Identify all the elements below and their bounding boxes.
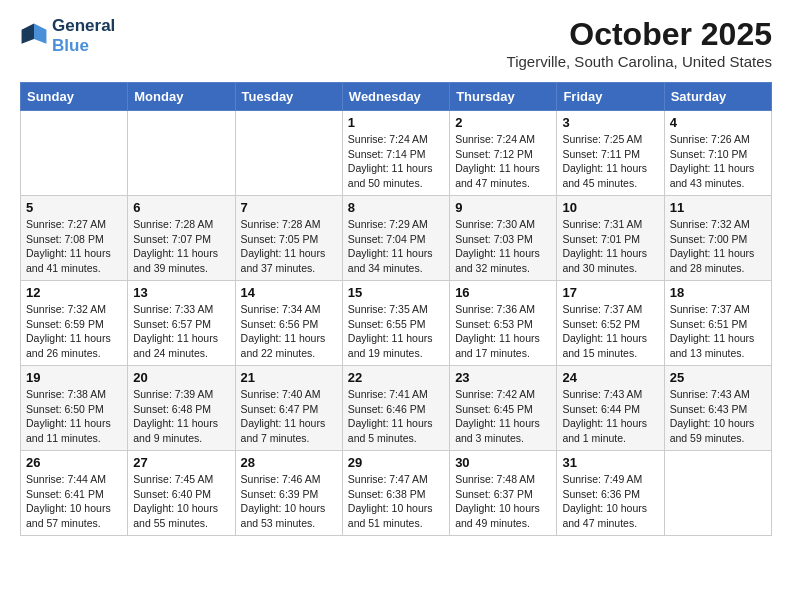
calendar-cell: 21Sunrise: 7:40 AM Sunset: 6:47 PM Dayli… — [235, 366, 342, 451]
day-info: Sunrise: 7:36 AM Sunset: 6:53 PM Dayligh… — [455, 302, 551, 361]
day-info: Sunrise: 7:45 AM Sunset: 6:40 PM Dayligh… — [133, 472, 229, 531]
day-info: Sunrise: 7:39 AM Sunset: 6:48 PM Dayligh… — [133, 387, 229, 446]
calendar-cell: 30Sunrise: 7:48 AM Sunset: 6:37 PM Dayli… — [450, 451, 557, 536]
day-info: Sunrise: 7:47 AM Sunset: 6:38 PM Dayligh… — [348, 472, 444, 531]
day-info: Sunrise: 7:44 AM Sunset: 6:41 PM Dayligh… — [26, 472, 122, 531]
calendar-cell: 9Sunrise: 7:30 AM Sunset: 7:03 PM Daylig… — [450, 196, 557, 281]
calendar-cell: 22Sunrise: 7:41 AM Sunset: 6:46 PM Dayli… — [342, 366, 449, 451]
day-info: Sunrise: 7:28 AM Sunset: 7:07 PM Dayligh… — [133, 217, 229, 276]
calendar-week-row: 12Sunrise: 7:32 AM Sunset: 6:59 PM Dayli… — [21, 281, 772, 366]
day-number: 20 — [133, 370, 229, 385]
weekday-header: Friday — [557, 83, 664, 111]
logo-text: General Blue — [52, 16, 115, 56]
day-info: Sunrise: 7:43 AM Sunset: 6:44 PM Dayligh… — [562, 387, 658, 446]
calendar-cell: 4Sunrise: 7:26 AM Sunset: 7:10 PM Daylig… — [664, 111, 771, 196]
day-info: Sunrise: 7:29 AM Sunset: 7:04 PM Dayligh… — [348, 217, 444, 276]
day-number: 31 — [562, 455, 658, 470]
day-number: 4 — [670, 115, 766, 130]
day-number: 17 — [562, 285, 658, 300]
calendar-cell: 13Sunrise: 7:33 AM Sunset: 6:57 PM Dayli… — [128, 281, 235, 366]
day-number: 19 — [26, 370, 122, 385]
day-info: Sunrise: 7:28 AM Sunset: 7:05 PM Dayligh… — [241, 217, 337, 276]
day-number: 6 — [133, 200, 229, 215]
day-info: Sunrise: 7:24 AM Sunset: 7:14 PM Dayligh… — [348, 132, 444, 191]
calendar-cell: 8Sunrise: 7:29 AM Sunset: 7:04 PM Daylig… — [342, 196, 449, 281]
calendar-cell: 31Sunrise: 7:49 AM Sunset: 6:36 PM Dayli… — [557, 451, 664, 536]
day-number: 28 — [241, 455, 337, 470]
day-info: Sunrise: 7:35 AM Sunset: 6:55 PM Dayligh… — [348, 302, 444, 361]
day-number: 25 — [670, 370, 766, 385]
logo: General Blue — [20, 16, 115, 56]
calendar-week-row: 19Sunrise: 7:38 AM Sunset: 6:50 PM Dayli… — [21, 366, 772, 451]
calendar-cell: 29Sunrise: 7:47 AM Sunset: 6:38 PM Dayli… — [342, 451, 449, 536]
calendar-cell: 2Sunrise: 7:24 AM Sunset: 7:12 PM Daylig… — [450, 111, 557, 196]
day-info: Sunrise: 7:42 AM Sunset: 6:45 PM Dayligh… — [455, 387, 551, 446]
calendar-cell: 26Sunrise: 7:44 AM Sunset: 6:41 PM Dayli… — [21, 451, 128, 536]
calendar-cell: 10Sunrise: 7:31 AM Sunset: 7:01 PM Dayli… — [557, 196, 664, 281]
day-number: 18 — [670, 285, 766, 300]
calendar-cell: 11Sunrise: 7:32 AM Sunset: 7:00 PM Dayli… — [664, 196, 771, 281]
calendar-cell: 18Sunrise: 7:37 AM Sunset: 6:51 PM Dayli… — [664, 281, 771, 366]
day-info: Sunrise: 7:34 AM Sunset: 6:56 PM Dayligh… — [241, 302, 337, 361]
day-number: 2 — [455, 115, 551, 130]
calendar-cell: 25Sunrise: 7:43 AM Sunset: 6:43 PM Dayli… — [664, 366, 771, 451]
calendar-cell: 14Sunrise: 7:34 AM Sunset: 6:56 PM Dayli… — [235, 281, 342, 366]
calendar-cell: 24Sunrise: 7:43 AM Sunset: 6:44 PM Dayli… — [557, 366, 664, 451]
day-info: Sunrise: 7:31 AM Sunset: 7:01 PM Dayligh… — [562, 217, 658, 276]
day-info: Sunrise: 7:32 AM Sunset: 6:59 PM Dayligh… — [26, 302, 122, 361]
title-block: October 2025 Tigerville, South Carolina,… — [507, 16, 772, 70]
day-info: Sunrise: 7:25 AM Sunset: 7:11 PM Dayligh… — [562, 132, 658, 191]
calendar-cell — [128, 111, 235, 196]
day-info: Sunrise: 7:27 AM Sunset: 7:08 PM Dayligh… — [26, 217, 122, 276]
location: Tigerville, South Carolina, United State… — [507, 53, 772, 70]
day-number: 1 — [348, 115, 444, 130]
calendar-cell: 28Sunrise: 7:46 AM Sunset: 6:39 PM Dayli… — [235, 451, 342, 536]
calendar-cell: 19Sunrise: 7:38 AM Sunset: 6:50 PM Dayli… — [21, 366, 128, 451]
calendar-cell: 5Sunrise: 7:27 AM Sunset: 7:08 PM Daylig… — [21, 196, 128, 281]
day-info: Sunrise: 7:38 AM Sunset: 6:50 PM Dayligh… — [26, 387, 122, 446]
calendar-cell: 6Sunrise: 7:28 AM Sunset: 7:07 PM Daylig… — [128, 196, 235, 281]
day-info: Sunrise: 7:37 AM Sunset: 6:52 PM Dayligh… — [562, 302, 658, 361]
weekday-header: Wednesday — [342, 83, 449, 111]
weekday-header: Sunday — [21, 83, 128, 111]
day-info: Sunrise: 7:48 AM Sunset: 6:37 PM Dayligh… — [455, 472, 551, 531]
weekday-header: Saturday — [664, 83, 771, 111]
calendar-cell: 12Sunrise: 7:32 AM Sunset: 6:59 PM Dayli… — [21, 281, 128, 366]
calendar-table: SundayMondayTuesdayWednesdayThursdayFrid… — [20, 82, 772, 536]
day-number: 15 — [348, 285, 444, 300]
day-number: 21 — [241, 370, 337, 385]
day-number: 24 — [562, 370, 658, 385]
day-number: 11 — [670, 200, 766, 215]
day-info: Sunrise: 7:37 AM Sunset: 6:51 PM Dayligh… — [670, 302, 766, 361]
page-header: General Blue October 2025 Tigerville, So… — [20, 16, 772, 70]
calendar-cell: 1Sunrise: 7:24 AM Sunset: 7:14 PM Daylig… — [342, 111, 449, 196]
day-number: 7 — [241, 200, 337, 215]
day-number: 12 — [26, 285, 122, 300]
calendar-cell — [235, 111, 342, 196]
calendar-header-row: SundayMondayTuesdayWednesdayThursdayFrid… — [21, 83, 772, 111]
day-number: 29 — [348, 455, 444, 470]
day-info: Sunrise: 7:33 AM Sunset: 6:57 PM Dayligh… — [133, 302, 229, 361]
day-info: Sunrise: 7:46 AM Sunset: 6:39 PM Dayligh… — [241, 472, 337, 531]
day-info: Sunrise: 7:41 AM Sunset: 6:46 PM Dayligh… — [348, 387, 444, 446]
day-number: 27 — [133, 455, 229, 470]
day-info: Sunrise: 7:40 AM Sunset: 6:47 PM Dayligh… — [241, 387, 337, 446]
day-info: Sunrise: 7:30 AM Sunset: 7:03 PM Dayligh… — [455, 217, 551, 276]
calendar-week-row: 5Sunrise: 7:27 AM Sunset: 7:08 PM Daylig… — [21, 196, 772, 281]
day-number: 30 — [455, 455, 551, 470]
calendar-cell — [664, 451, 771, 536]
calendar-cell: 17Sunrise: 7:37 AM Sunset: 6:52 PM Dayli… — [557, 281, 664, 366]
calendar-cell: 23Sunrise: 7:42 AM Sunset: 6:45 PM Dayli… — [450, 366, 557, 451]
day-info: Sunrise: 7:24 AM Sunset: 7:12 PM Dayligh… — [455, 132, 551, 191]
calendar-cell: 3Sunrise: 7:25 AM Sunset: 7:11 PM Daylig… — [557, 111, 664, 196]
weekday-header: Tuesday — [235, 83, 342, 111]
logo-icon — [20, 22, 48, 50]
calendar-week-row: 1Sunrise: 7:24 AM Sunset: 7:14 PM Daylig… — [21, 111, 772, 196]
day-number: 10 — [562, 200, 658, 215]
calendar-cell: 27Sunrise: 7:45 AM Sunset: 6:40 PM Dayli… — [128, 451, 235, 536]
day-number: 5 — [26, 200, 122, 215]
day-info: Sunrise: 7:49 AM Sunset: 6:36 PM Dayligh… — [562, 472, 658, 531]
calendar-cell: 7Sunrise: 7:28 AM Sunset: 7:05 PM Daylig… — [235, 196, 342, 281]
calendar-week-row: 26Sunrise: 7:44 AM Sunset: 6:41 PM Dayli… — [21, 451, 772, 536]
month-title: October 2025 — [507, 16, 772, 53]
